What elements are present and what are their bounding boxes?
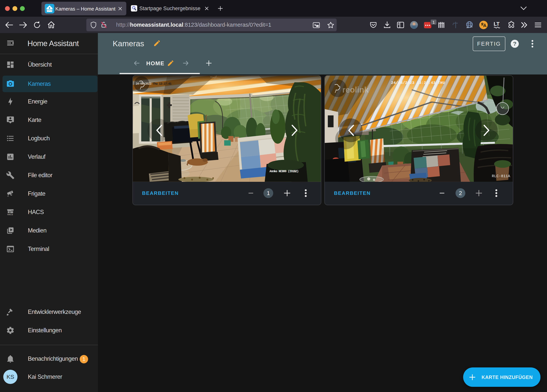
svg-text:reolink: reolink: [342, 85, 369, 94]
svg-text:RLC-811A: RLC-811A: [492, 174, 510, 178]
svg-text:LT: LT: [494, 21, 499, 27]
svg-text:HACS: HACS: [7, 213, 13, 216]
svg-text:24/08/2023 13:27:43 THU: 24/08/2023 13:27:43 THU: [391, 81, 445, 85]
svg-text:Annke NC800 (I91BZ): Annke NC800 (I91BZ): [269, 170, 299, 173]
svg-text:24-08-2023 Thu 13:27:41: 24-08-2023 Thu 13:27:41: [136, 82, 171, 86]
